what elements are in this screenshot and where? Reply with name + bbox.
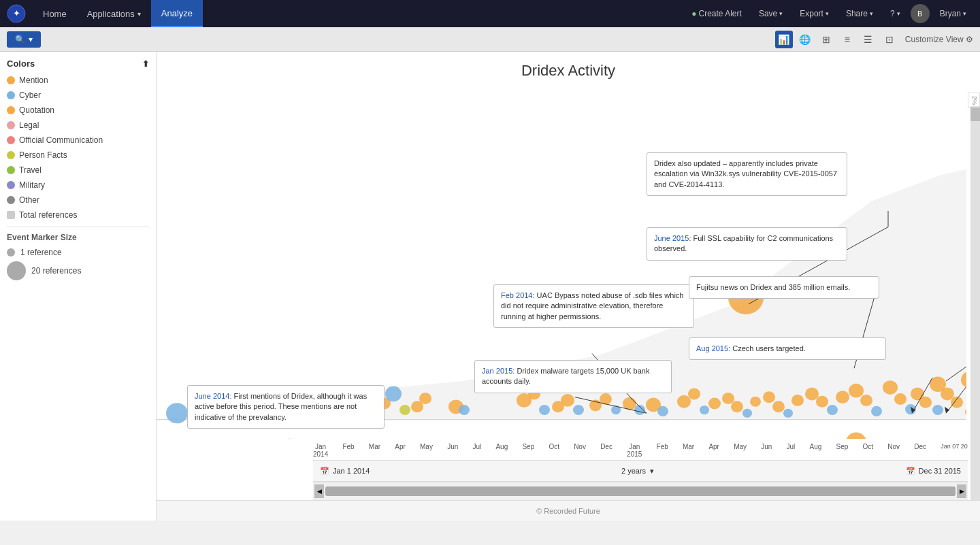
legend-person-facts[interactable]: Person Facts xyxy=(7,149,149,161)
range-bar: 📅 Jan 1 2014 2 years ▾ 📅 Dec 31 2015 xyxy=(313,460,968,482)
bubble-feb15-1[interactable] xyxy=(677,395,691,408)
bubble-jul14-2[interactable] xyxy=(419,393,431,404)
scroll-thumb[interactable] xyxy=(325,486,956,496)
legend-military[interactable]: Military xyxy=(7,179,149,191)
bubble-may15-3[interactable] xyxy=(827,405,838,415)
x-label-jun14: Jun xyxy=(447,443,458,458)
create-alert-button[interactable]: ● Create Alert xyxy=(685,6,749,21)
share-button[interactable]: Share ▾ xyxy=(839,6,880,21)
annotation-dridex-updated[interactable]: Dridex also updated – apparently include… xyxy=(647,152,847,196)
bubble-apr15-1[interactable] xyxy=(763,391,775,403)
bubble-jul15-1[interactable] xyxy=(883,380,898,395)
table-view-button[interactable]: ≡ xyxy=(838,31,856,48)
bubble-jan15-2[interactable] xyxy=(657,406,668,416)
customize-view-button[interactable]: Customize View ⚙ xyxy=(905,35,973,44)
official-comm-color-dot xyxy=(7,136,15,144)
military-color-dot xyxy=(7,181,15,189)
bubble-jun15-2[interactable] xyxy=(860,395,872,406)
bubble-aug15-3[interactable] xyxy=(951,397,963,408)
bubble-may15-1[interactable] xyxy=(805,388,819,401)
bubble-oct14-3[interactable] xyxy=(573,405,584,415)
bubble-oct14-2[interactable] xyxy=(561,394,574,407)
bubble-mar15-3[interactable] xyxy=(742,409,752,418)
bubble-apr15-3[interactable] xyxy=(783,409,793,418)
legend-other[interactable]: Other xyxy=(7,194,149,206)
nav-applications[interactable]: Applications ▾ xyxy=(77,0,151,27)
annotation-june2015[interactable]: June 2015: Full SSL capability for C2 co… xyxy=(647,227,847,261)
globe-view-button[interactable]: 🌐 xyxy=(796,31,814,48)
legend-cyber[interactable]: Cyber xyxy=(7,89,149,101)
sidebar: Colors ⬆ Mention Cyber Quotation Legal O… xyxy=(0,52,157,521)
x-label-jun15: Jun xyxy=(761,443,772,458)
bubble-feb15-4[interactable] xyxy=(708,398,721,410)
annotation-fujitsu[interactable]: Fujitsu news on Dridex and 385 million e… xyxy=(689,276,879,299)
large-size-dot xyxy=(7,261,26,280)
nav-home[interactable]: Home xyxy=(33,0,77,27)
collapse-icon[interactable]: ⬆ xyxy=(142,59,149,69)
search-icon: 🔍 xyxy=(15,35,25,44)
bubble-may15-2[interactable] xyxy=(816,396,828,408)
annotation-june2014[interactable]: June 2014: First mentions of Dridex, alt… xyxy=(187,385,385,429)
chart-title: Dridex Activity xyxy=(157,52,980,86)
chart-view-button[interactable]: 📊 xyxy=(775,31,793,48)
vertical-scrollbar[interactable] xyxy=(970,106,980,500)
bubble-apr15-4[interactable] xyxy=(791,395,804,406)
grid-view-button[interactable]: ⊞ xyxy=(817,31,835,48)
bubble-feb15-2[interactable] xyxy=(688,388,700,399)
bubble-mar15-4[interactable] xyxy=(750,397,761,407)
range-duration[interactable]: 2 years ▾ xyxy=(621,467,654,476)
share-dropdown-icon: ▾ xyxy=(870,10,873,17)
legend-travel[interactable]: Travel xyxy=(7,164,149,176)
top-navigation: ✦ Home Applications ▾ Analyze ● Create A… xyxy=(0,0,980,27)
calendar-icon-start: 📅 xyxy=(320,467,329,476)
annotation-feb2014[interactable]: Feb 2014: UAC Bypass noted abuse of .sdb… xyxy=(493,284,694,328)
x-label-oct15: Oct xyxy=(863,443,874,458)
x-label-apr15: Apr xyxy=(708,443,719,458)
bubble-mar15-2[interactable] xyxy=(731,401,743,412)
legend-mention[interactable]: Mention xyxy=(7,74,149,86)
list-view-button[interactable]: ☰ xyxy=(860,31,877,48)
bubble-mar15-1[interactable] xyxy=(722,393,734,404)
bubble-jun14-3[interactable] xyxy=(399,405,410,415)
bubble-apr15-2[interactable] xyxy=(772,401,785,412)
bubble-aug15-4[interactable] xyxy=(932,405,943,415)
scroll-left-button[interactable]: ◀ xyxy=(314,484,324,498)
bubble-jun14-2[interactable] xyxy=(385,386,402,402)
bubble-sep14-3[interactable] xyxy=(539,405,550,415)
event-size-small: 1 reference xyxy=(7,248,149,257)
bubble-jul15-2[interactable] xyxy=(894,393,906,405)
save-button[interactable]: Save ▾ xyxy=(752,6,789,21)
horizontal-scrollbar[interactable]: ◀ ▶ xyxy=(313,482,968,500)
export-button[interactable]: Export ▾ xyxy=(793,6,836,21)
search-button[interactable]: 🔍 ▾ xyxy=(7,31,41,48)
bubble-feb15-3[interactable] xyxy=(700,406,709,414)
tiles-view-button[interactable]: ⊡ xyxy=(881,31,898,48)
x-label-oct14: Oct xyxy=(549,443,559,458)
bubble-aug14-2[interactable] xyxy=(459,405,470,415)
bubble-jan14-1[interactable] xyxy=(166,403,188,423)
legend-quotation[interactable]: Quotation xyxy=(7,104,149,116)
user-avatar[interactable]: B xyxy=(911,4,930,23)
total-ref-color-square xyxy=(7,211,15,219)
annotation-jan2015[interactable]: Jan 2015: Dridex malware targets 15,000 … xyxy=(474,360,672,393)
scroll-track xyxy=(325,486,956,496)
other-color-dot xyxy=(7,196,15,204)
bubble-jun15-3[interactable] xyxy=(871,406,882,416)
help-dropdown-icon: ▾ xyxy=(897,10,900,17)
legend-official-communication[interactable]: Official Communication xyxy=(7,134,149,146)
bubble-aug15-2[interactable] xyxy=(941,388,954,401)
bubble-may15-4[interactable] xyxy=(836,391,849,403)
nav-analyze[interactable]: Analyze xyxy=(151,0,203,27)
bubble-jun15-1[interactable] xyxy=(849,384,864,398)
vscroll-thumb[interactable] xyxy=(970,108,980,121)
user-menu[interactable]: Bryan ▾ xyxy=(933,6,973,21)
annotation-aug2015[interactable]: Aug 2015: Czech users targeted. xyxy=(689,337,886,360)
bubble-jul15-5[interactable] xyxy=(919,397,932,408)
x-label-mar14: Mar xyxy=(369,443,380,458)
help-button[interactable]: ? ▾ xyxy=(883,6,907,21)
app-logo[interactable]: ✦ xyxy=(7,4,26,23)
scroll-right-button[interactable]: ▶ xyxy=(957,484,966,498)
bubble-jun15-blue[interactable] xyxy=(846,433,866,439)
legend-total-references[interactable]: Total references xyxy=(7,209,149,221)
legend-legal[interactable]: Legal xyxy=(7,119,149,131)
